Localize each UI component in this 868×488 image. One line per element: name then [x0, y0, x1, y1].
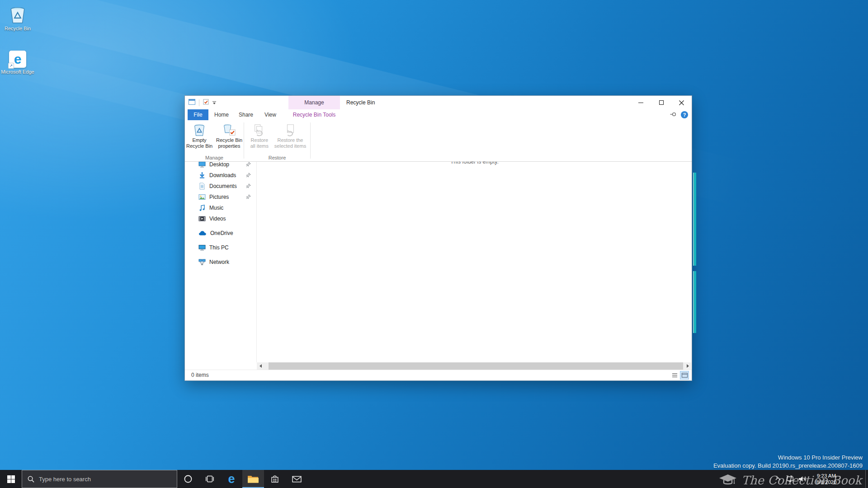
- pin-icon: [246, 183, 251, 190]
- volume-tray-button[interactable]: [796, 470, 808, 488]
- edge-icon: e ↗: [0, 48, 35, 68]
- restore-selected-items-button[interactable]: Restore the selected items: [273, 122, 307, 149]
- start-button[interactable]: [0, 470, 22, 488]
- ribbon-group-label: Manage: [185, 155, 244, 160]
- tab-home[interactable]: Home: [211, 109, 232, 120]
- shortcut-arrow-icon: ↗: [8, 63, 14, 69]
- desktop-icon-label: Recycle Bin: [0, 26, 35, 32]
- nav-item-downloads[interactable]: Downloads: [185, 170, 256, 181]
- network-tray-button[interactable]: [784, 470, 796, 488]
- edge-icon: e: [228, 473, 235, 485]
- nav-item-this-pc[interactable]: This PC: [185, 242, 256, 253]
- cortana-button[interactable]: [177, 470, 199, 488]
- cloud-icon: [198, 230, 207, 236]
- details-view-icon: [671, 372, 678, 378]
- taskbar-store-button[interactable]: [264, 470, 286, 488]
- qat-properties-icon[interactable]: [203, 99, 209, 106]
- taskbar: e 9:23 AM 8/8/2020: [0, 470, 868, 488]
- microsoft-store-icon: [270, 474, 280, 484]
- app-window-icon[interactable]: [189, 99, 195, 106]
- taskbar-mail-button[interactable]: [286, 470, 307, 488]
- scroll-right-arrow[interactable]: [684, 362, 691, 370]
- file-explorer-icon: [247, 474, 259, 484]
- nav-item-label: Videos: [209, 216, 226, 222]
- picture-icon: [198, 193, 206, 201]
- recycle-bin-properties-icon: [222, 123, 236, 137]
- ribbon-group-restore: Restore all items Restore the selected i…: [244, 120, 310, 162]
- desktop-icon-recycle-bin[interactable]: Recycle Bin: [0, 5, 35, 32]
- nav-item-label: Downloads: [209, 172, 236, 178]
- nav-item-network[interactable]: Network: [185, 257, 256, 267]
- tab-view[interactable]: View: [260, 109, 281, 120]
- show-desktop-button[interactable]: [865, 470, 868, 488]
- network-icon: [786, 476, 794, 482]
- pin-ribbon-icon[interactable]: [670, 111, 676, 119]
- nav-item-videos[interactable]: Videos: [185, 213, 256, 224]
- watermark-line2: Evaluation copy. Build 20190.rs_prerelea…: [713, 462, 863, 470]
- hidden-icons-button[interactable]: [772, 470, 784, 488]
- taskbar-clock[interactable]: 9:23 AM 8/8/2020: [808, 470, 844, 488]
- task-view-button[interactable]: [199, 470, 221, 488]
- tab-share[interactable]: Share: [235, 109, 257, 120]
- status-bar: 0 items: [185, 370, 692, 380]
- music-note-icon: [198, 204, 206, 211]
- ribbon-group-separator: [310, 122, 311, 159]
- desktop-icon-label: Microsoft Edge: [0, 69, 35, 75]
- taskbar-search[interactable]: [22, 470, 177, 488]
- mail-icon: [292, 475, 302, 483]
- monitor-icon: [198, 161, 206, 168]
- nav-item-pictures[interactable]: Pictures: [185, 192, 256, 202]
- desktop-icon-microsoft-edge[interactable]: e ↗ Microsoft Edge: [0, 48, 35, 75]
- customize-quick-access-chevron-icon[interactable]: [212, 101, 216, 104]
- tab-recycle-bin-tools[interactable]: Recycle Bin Tools: [288, 109, 340, 120]
- nav-item-documents[interactable]: Documents: [185, 181, 256, 192]
- insider-watermark: Windows 10 Pro Insider Preview Evaluatio…: [713, 454, 863, 470]
- computer-icon: [198, 244, 206, 251]
- windows-logo-icon: [7, 475, 15, 483]
- right-arrow-icon: [687, 364, 689, 368]
- restore-all-items-button[interactable]: Restore all items: [247, 122, 272, 149]
- horizontal-scrollbar[interactable]: [257, 362, 691, 370]
- desktop: Recycle Bin e ↗ Microsoft Edge Windows 1…: [0, 0, 868, 488]
- scrollbar-thumb[interactable]: [269, 362, 683, 370]
- scrollbar-track[interactable]: [264, 362, 684, 370]
- taskbar-file-explorer-button[interactable]: [242, 470, 264, 488]
- nav-item-label: Pictures: [209, 194, 229, 200]
- ribbon-tab-row: File Home Share View Recycle Bin Tools ?: [185, 109, 692, 120]
- network-icon: [198, 258, 206, 266]
- scroll-left-arrow[interactable]: [257, 362, 264, 370]
- download-arrow-icon: [198, 172, 206, 179]
- maximize-button[interactable]: [651, 96, 671, 109]
- help-button[interactable]: ?: [681, 111, 688, 118]
- nav-item-label: Music: [209, 205, 223, 211]
- close-button[interactable]: [671, 96, 692, 109]
- task-view-icon: [205, 474, 215, 484]
- toolbar-divider: [199, 99, 199, 106]
- large-icons-view-button[interactable]: [680, 371, 689, 380]
- pin-icon: [246, 194, 251, 201]
- nav-item-onedrive[interactable]: OneDrive: [185, 228, 256, 239]
- video-icon: [198, 215, 206, 222]
- nav-item-music[interactable]: Music: [185, 202, 256, 213]
- empty-recycle-bin-button[interactable]: Empty Recycle Bin: [185, 122, 214, 149]
- clock-time: 9:23 AM: [817, 473, 836, 479]
- explorer-window: Manage Recycle Bin File Home Share View …: [184, 95, 692, 381]
- search-input[interactable]: [39, 476, 172, 483]
- title-bar[interactable]: Manage Recycle Bin: [185, 96, 692, 109]
- edge-logo-glyph: e: [14, 52, 22, 66]
- clock-date: 8/8/2020: [816, 479, 837, 485]
- ribbon-group-manage: Empty Recycle Bin Recycle Bin properties…: [185, 120, 244, 162]
- recycle-bin-properties-button[interactable]: Recycle Bin properties: [215, 122, 244, 149]
- empty-recycle-bin-icon: [193, 123, 206, 137]
- details-view-button[interactable]: [670, 371, 679, 380]
- nav-item-label: Documents: [209, 183, 237, 189]
- item-count: 0 items: [191, 370, 209, 380]
- tab-file[interactable]: File: [188, 109, 208, 120]
- contextual-tab-header: Manage: [288, 96, 340, 109]
- left-arrow-icon: [259, 364, 262, 368]
- taskbar-edge-button[interactable]: e: [221, 470, 242, 488]
- restore-all-items-icon: [253, 123, 266, 137]
- maximize-icon: [659, 100, 664, 105]
- document-icon: [198, 183, 206, 190]
- minimize-button[interactable]: [631, 96, 651, 109]
